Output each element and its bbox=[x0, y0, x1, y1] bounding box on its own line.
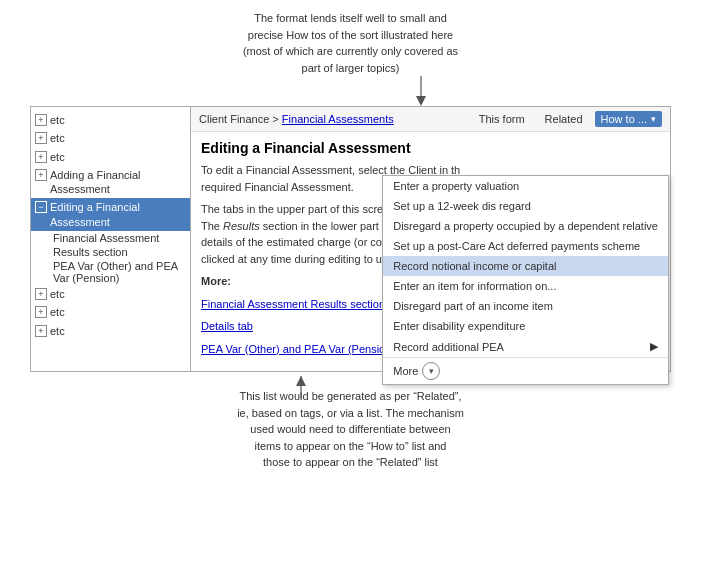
more-label: More bbox=[393, 365, 418, 377]
sidebar-label-etc5: etc bbox=[50, 305, 65, 319]
tab-related[interactable]: Related bbox=[537, 111, 591, 127]
tab-this-form[interactable]: This form bbox=[471, 111, 533, 127]
link-pea-var[interactable]: PEA Var (Other) and PEA Var (Pension) bbox=[201, 343, 395, 355]
expand-icon-etc3[interactable]: + bbox=[35, 151, 47, 163]
sidebar-item-etc6[interactable]: + etc bbox=[31, 322, 190, 340]
breadcrumb-link[interactable]: Financial Assessments bbox=[282, 113, 394, 125]
svg-marker-3 bbox=[296, 376, 306, 386]
annotation-bottom-line4: items to appear on the “How to” list and bbox=[255, 440, 447, 452]
expand-icon-editing[interactable]: − bbox=[35, 201, 47, 213]
sidebar-sub-label-pea: PEA Var (Other) and PEA Var (Pension) bbox=[53, 260, 178, 284]
sidebar-item-etc2[interactable]: + etc bbox=[31, 129, 190, 147]
how-to-label: How to ... bbox=[601, 113, 647, 125]
annotation-top: The format lends itself well to small an… bbox=[0, 0, 701, 76]
more-bar: More ▾ bbox=[383, 357, 668, 384]
sidebar-sub-label-results: Results section bbox=[53, 246, 128, 258]
sidebar-item-etc5[interactable]: + etc bbox=[31, 303, 190, 321]
dropdown-item-post-care[interactable]: Set up a post-Care Act deferred payments… bbox=[383, 236, 668, 256]
dropdown-item-label-7: Enter disability expenditure bbox=[393, 320, 525, 332]
sidebar-item-adding[interactable]: + Adding a Financial Assessment bbox=[31, 166, 190, 199]
header-tabs-area: This form Related How to ... ▾ bbox=[471, 111, 662, 127]
link-financial-results[interactable]: Financial Assessment Results section bbox=[201, 298, 385, 310]
expand-icon-etc1[interactable]: + bbox=[35, 114, 47, 126]
top-arrow-svg bbox=[411, 76, 531, 106]
breadcrumb-text: Client Finance > bbox=[199, 113, 282, 125]
sidebar-sub: Financial Assessment Results section PEA… bbox=[31, 231, 190, 285]
annotation-bottom-line2: ie, based on tags, or via a list. The me… bbox=[237, 407, 464, 419]
dropdown-item-label-6: Disregard part of an income item bbox=[393, 300, 553, 312]
expand-icon-etc2[interactable]: + bbox=[35, 132, 47, 144]
dropdown-item-disability[interactable]: Enter disability expenditure bbox=[383, 316, 668, 336]
sidebar-sub-results[interactable]: Results section bbox=[49, 245, 190, 259]
annotation-bottom-line5: those to appear on the “Related” list bbox=[263, 456, 438, 468]
more-button[interactable]: ▾ bbox=[422, 362, 440, 380]
dropdown-item-label-5: Enter an item for information on... bbox=[393, 280, 556, 292]
bottom-arrow-svg bbox=[151, 376, 311, 406]
annotation-line2: precise How tos of the sort illustrated … bbox=[248, 29, 453, 41]
annotation-line1: The format lends itself well to small an… bbox=[254, 12, 447, 24]
sidebar-sub-financial[interactable]: Financial Assessment bbox=[49, 231, 190, 245]
sidebar-item-etc4[interactable]: + etc bbox=[31, 285, 190, 303]
expand-icon-etc6[interactable]: + bbox=[35, 325, 47, 337]
expand-icon-adding[interactable]: + bbox=[35, 169, 47, 181]
chevron-down-icon: ▾ bbox=[651, 114, 656, 124]
expand-icon-etc4[interactable]: + bbox=[35, 288, 47, 300]
sidebar-sub-pea[interactable]: PEA Var (Other) and PEA Var (Pension) bbox=[49, 259, 190, 285]
sidebar-sub-label-financial: Financial Assessment bbox=[53, 232, 159, 244]
dropdown-item-label-1: Set up a 12-week dis regard bbox=[393, 200, 531, 212]
more-chevron-icon: ▾ bbox=[429, 366, 434, 376]
header-bar: Client Finance > Financial Assessments T… bbox=[191, 107, 670, 132]
sidebar-label-etc6: etc bbox=[50, 324, 65, 338]
dropdown-item-information-item[interactable]: Enter an item for information on... bbox=[383, 276, 668, 296]
annotation-bottom: This list would be generated as per “Rel… bbox=[0, 378, 701, 481]
sidebar-label-adding: Adding a Financial Assessment bbox=[50, 168, 186, 197]
how-to-dropdown[interactable]: How to ... ▾ bbox=[595, 111, 662, 127]
svg-marker-1 bbox=[416, 96, 426, 106]
sidebar-label-etc1: etc bbox=[50, 113, 65, 127]
dropdown-item-label-8: Record additional PEA bbox=[393, 341, 504, 353]
sidebar-label-etc3: etc bbox=[50, 150, 65, 164]
annotation-line3: (most of which are currently only covere… bbox=[243, 45, 458, 57]
submenu-arrow-icon: ▶ bbox=[650, 340, 658, 353]
dropdown-item-week-disregard[interactable]: Set up a 12-week dis regard bbox=[383, 196, 668, 216]
dropdown-item-label-0: Enter a property valuation bbox=[393, 180, 519, 192]
sidebar-label-etc4: etc bbox=[50, 287, 65, 301]
link-details-tab[interactable]: Details tab bbox=[201, 320, 253, 332]
sidebar-item-etc3[interactable]: + etc bbox=[31, 148, 190, 166]
sidebar-label-etc2: etc bbox=[50, 131, 65, 145]
sidebar-item-editing[interactable]: − Editing a Financial Assessment bbox=[31, 198, 190, 231]
annotation-line4: part of larger topics) bbox=[302, 62, 400, 74]
annotation-bottom-line3: used would need to differentiate between bbox=[250, 423, 450, 435]
dropdown-item-additional-pea[interactable]: Record additional PEA ▶ bbox=[383, 336, 668, 357]
sidebar: + etc + etc + etc + Adding a Financial A… bbox=[31, 107, 191, 371]
expand-icon-etc5[interactable]: + bbox=[35, 306, 47, 318]
sidebar-item-etc1[interactable]: + etc bbox=[31, 111, 190, 129]
dropdown-item-label-3: Set up a post-Care Act deferred payments… bbox=[393, 240, 640, 252]
dropdown-item-disregard-property[interactable]: Disregard a property occupied by a depen… bbox=[383, 216, 668, 236]
dropdown-menu: Enter a property valuation Set up a 12-w… bbox=[382, 175, 669, 385]
dropdown-item-label-4: Record notional income or capital bbox=[393, 260, 556, 272]
dropdown-item-income-item[interactable]: Disregard part of an income item bbox=[383, 296, 668, 316]
breadcrumb: Client Finance > Financial Assessments bbox=[199, 113, 394, 125]
dropdown-item-label-2: Disregard a property occupied by a depen… bbox=[393, 220, 658, 232]
page-title: Editing a Financial Assessment bbox=[201, 140, 660, 156]
dropdown-item-notional-income[interactable]: Record notional income or capital bbox=[383, 256, 668, 276]
dropdown-item-property-valuation[interactable]: Enter a property valuation bbox=[383, 176, 668, 196]
sidebar-label-editing: Editing a Financial Assessment bbox=[50, 200, 186, 229]
